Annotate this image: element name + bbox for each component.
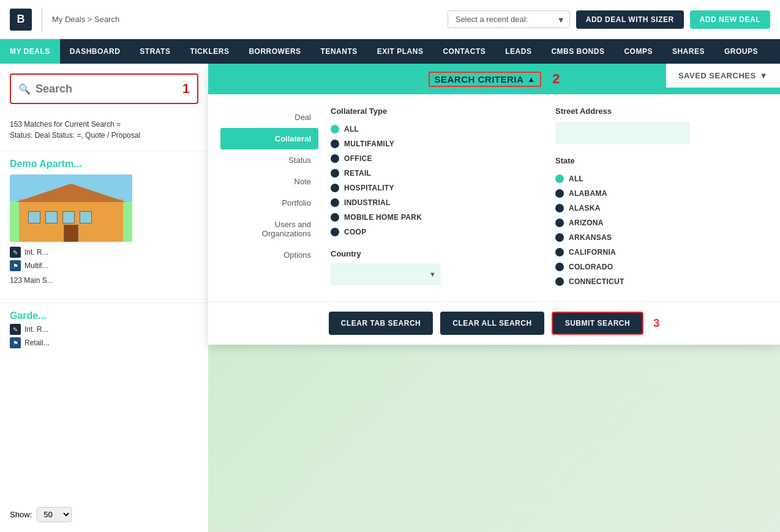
header-right: Select a recent deal: ▼ ADD DEAL WITH SI…: [448, 10, 770, 29]
collateral-industrial-label: INDUSTRIAL: [344, 198, 391, 207]
state-arizona-label: ARIZONA: [569, 219, 604, 227]
collateral-type-col: Collateral Type ALL MULTIFAMILY OFFICE: [331, 107, 543, 289]
criteria-nav-options[interactable]: Options: [220, 244, 318, 266]
nav-dashboard[interactable]: DASHBOARD: [60, 39, 130, 64]
state-alabama-label: ALABAMA: [569, 189, 607, 198]
country-select[interactable]: United States Canada: [331, 263, 441, 285]
state-all[interactable]: ALL: [555, 171, 768, 186]
nav-strats[interactable]: STRATS: [130, 39, 180, 64]
add-new-deal-button[interactable]: ADD NEW DEAL: [690, 10, 770, 29]
submit-badge-3: 3: [653, 317, 659, 330]
state-connecticut-label: CONNECTICUT: [569, 277, 624, 286]
criteria-title-text: SEARCH CRITERIA: [435, 74, 524, 84]
criteria-nav-status[interactable]: Status: [220, 149, 318, 171]
collateral-all-label: ALL: [344, 125, 359, 133]
submit-area: SUBMIT SEARCH 3: [552, 312, 660, 335]
nav-shares[interactable]: SHARES: [662, 39, 714, 64]
state-arkansas[interactable]: ARKANSAS: [555, 230, 768, 245]
radio-connecticut-dot: [555, 277, 564, 286]
nav-ticklers[interactable]: TICKLERS: [180, 39, 239, 64]
state-california-label: CALIFORNIA: [569, 248, 616, 257]
state-arkansas-label: ARKANSAS: [569, 233, 612, 242]
collateral-office[interactable]: OFFICE: [331, 151, 543, 166]
radio-california-dot: [555, 248, 564, 257]
collateral-hospitality[interactable]: HOSPITALITY: [331, 181, 543, 195]
collateral-type-header: Collateral Type: [331, 107, 543, 116]
radio-retail-dot: [331, 169, 339, 178]
recent-deal-wrapper: Select a recent deal: ▼: [448, 10, 570, 28]
state-california[interactable]: CALIFORNIA: [555, 245, 768, 260]
meta-icon-2: ⚑: [10, 260, 21, 271]
collateral-retail[interactable]: RETAIL: [331, 166, 543, 181]
nav-cmbs-bonds[interactable]: CMBS BONDS: [541, 39, 614, 64]
state-connecticut[interactable]: CONNECTICUT: [555, 274, 768, 289]
meta-icon-4: ⚑: [10, 337, 21, 348]
nav-exit-plans[interactable]: EXIT PLANS: [367, 39, 433, 64]
clear-tab-search-button[interactable]: CLEAR TAB SEARCH: [329, 312, 433, 335]
radio-mobile-home-dot: [331, 213, 339, 222]
nav-contacts[interactable]: CONTACTS: [433, 39, 495, 64]
meta-icon-3: ✎: [10, 324, 21, 335]
collateral-multifamily[interactable]: MULTIFAMILY: [331, 137, 543, 151]
show-select[interactable]: 50 10 25 100: [37, 507, 72, 522]
state-alaska[interactable]: ALASKA: [555, 201, 768, 215]
property-card-2: Garde... ✎ Int. R... ⚑ Retail...: [0, 302, 208, 358]
nav-tenants[interactable]: TENANTS: [311, 39, 367, 64]
street-address-input[interactable]: [555, 122, 690, 144]
nav-my-deals[interactable]: MY DEALS: [0, 39, 60, 64]
address-state-area: Street Address State ALL: [555, 107, 768, 289]
radio-multifamily-dot: [331, 140, 339, 148]
search-input[interactable]: [36, 83, 178, 96]
property-title-2: Garde...: [10, 310, 198, 321]
country-select-wrapper: United States Canada ▼: [331, 263, 441, 285]
criteria-title-badge: SEARCH CRITERIA ▲: [429, 72, 542, 87]
search-badge-1: 1: [182, 81, 190, 97]
nav-leads[interactable]: LEADS: [495, 39, 541, 64]
saved-searches-button[interactable]: SAVED SEARCHES ▼: [666, 64, 780, 88]
saved-searches-arrow-icon: ▼: [760, 71, 768, 80]
logo-area: B: [10, 7, 42, 32]
criteria-nav-note[interactable]: Note: [220, 171, 318, 192]
collateral-all[interactable]: ALL: [331, 122, 543, 137]
property-meta-3: ✎ Int. R...: [10, 324, 198, 335]
street-address-col: Street Address: [555, 107, 768, 144]
nav-comps[interactable]: COMPS: [614, 39, 662, 64]
submit-search-button[interactable]: SUBMIT SEARCH: [552, 312, 644, 335]
criteria-body: Deal Collateral Status Note Portfolio Us…: [208, 94, 780, 301]
property-title-1: Demo Apartm...: [10, 159, 198, 170]
radio-industrial-dot: [331, 198, 339, 207]
property-meta-2: ⚑ Multif...: [10, 260, 198, 271]
state-list: ALL ALABAMA ALASKA: [555, 171, 768, 289]
state-alabama[interactable]: ALABAMA: [555, 186, 768, 201]
criteria-nav-deal[interactable]: Deal: [220, 107, 318, 128]
nav-groups[interactable]: GROUPS: [714, 39, 768, 64]
state-colorado-label: COLORADO: [569, 263, 613, 271]
collateral-coop[interactable]: COOP: [331, 225, 543, 239]
nav-bar: MY DEALS DASHBOARD STRATS TICKLERS BORRO…: [0, 39, 780, 64]
collateral-mobile-home[interactable]: MOBILE HOME PARK: [331, 210, 543, 225]
state-arizona[interactable]: ARIZONA: [555, 215, 768, 230]
divider-1: [0, 299, 208, 300]
clear-all-search-button[interactable]: CLEAR ALL SEARCH: [440, 312, 544, 335]
state-col: State ALL ALABAMA: [555, 156, 768, 289]
criteria-nav-portfolio[interactable]: Portfolio: [220, 192, 318, 214]
collateral-mobile-home-label: MOBILE HOME PARK: [344, 213, 422, 222]
recent-deal-select[interactable]: Select a recent deal:: [448, 10, 570, 28]
collateral-coop-label: COOP: [344, 228, 367, 236]
state-colorado[interactable]: COLORADO: [555, 260, 768, 274]
street-address-header: Street Address: [555, 107, 768, 116]
left-panel: 🔍 1 153 Matches for Current Search = Sta…: [0, 64, 208, 532]
radio-hospitality-dot: [331, 184, 339, 192]
collateral-industrial[interactable]: INDUSTRIAL: [331, 195, 543, 210]
criteria-nav-collateral[interactable]: Collateral: [220, 128, 318, 149]
logo-icon: B: [10, 9, 32, 31]
property-meta-4: ⚑ Retail...: [10, 337, 198, 348]
radio-office-dot: [331, 154, 339, 163]
add-deal-sizer-button[interactable]: ADD DEAL WITH SIZER: [576, 10, 684, 29]
radio-colorado-dot: [555, 263, 564, 271]
nav-borrowers[interactable]: BORROWERS: [239, 39, 310, 64]
criteria-nav-users-orgs[interactable]: Users and Organizations: [220, 214, 318, 244]
radio-arizona-dot: [555, 219, 564, 227]
radio-arkansas-dot: [555, 233, 564, 242]
collateral-hospitality-label: HOSPITALITY: [344, 184, 394, 192]
